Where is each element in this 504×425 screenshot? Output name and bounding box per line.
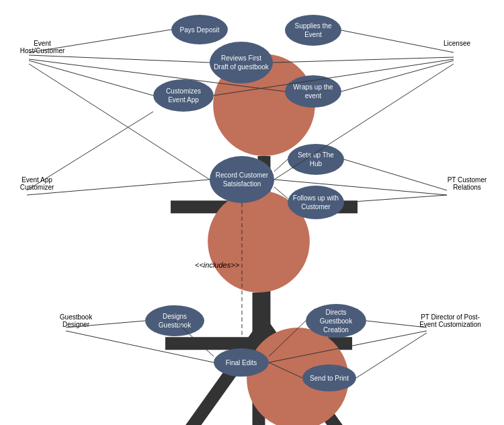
use-case-supplies-event: Supplies the Event: [285, 15, 341, 46]
use-case-directs-guestbook-creation: Directs Guestbook Creation: [306, 304, 366, 338]
actor-pt-director: PT Director of Post-Event Customization: [417, 311, 484, 328]
use-case-follows-up-customer: Follows up with Customer: [288, 186, 344, 219]
actor-pt-customer-relations: PT Customer Relations: [437, 173, 497, 191]
use-case-wraps-up-event: Wraps up the event: [285, 75, 341, 108]
use-case-reviews-first-draft: Reviews First Draft of guestbook: [210, 42, 273, 83]
use-case-designs-guestbook: Designs Guestbook: [145, 305, 204, 336]
actor-event-host: Event Host/Customer: [12, 37, 73, 54]
use-case-record-customer-satisfaction: Record Customer Satsisfaction: [210, 156, 274, 203]
includes-label: <<includes>>: [195, 261, 239, 269]
use-case-final-edits: Final Edits: [214, 348, 269, 377]
actor-event-app-customizer: Event App Customizer: [7, 173, 67, 191]
actor-licensee: Licensee: [444, 37, 470, 47]
use-case-sets-up-hub: Sets up The Hub: [288, 144, 344, 175]
actor-guestbook-designer: Guestbook Designer: [46, 311, 106, 328]
use-case-send-to-print: Send to Print: [302, 364, 356, 391]
use-case-customizes-event-app: Customizes Event App: [153, 79, 214, 112]
use-case-pays-deposit: Pays Deposit: [171, 15, 228, 44]
